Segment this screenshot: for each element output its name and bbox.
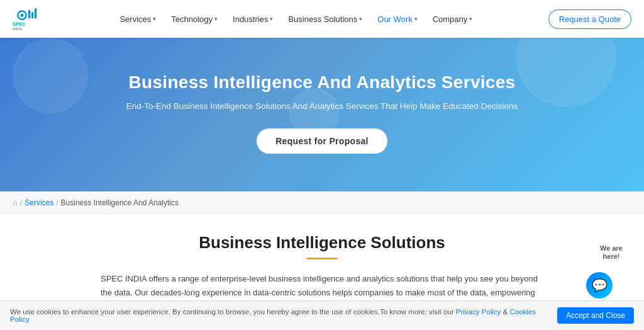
request-proposal-button[interactable]: Request for Proposal — [257, 128, 387, 154]
chevron-down-icon: ▾ — [214, 16, 218, 22]
nav-item-industries[interactable]: Industries ▾ — [226, 11, 279, 28]
chevron-down-icon: ▾ — [153, 16, 156, 22]
hero-title: Business Intelligence And Analytics Serv… — [13, 72, 631, 93]
chevron-down-icon: ▾ — [359, 16, 362, 22]
nav-label-our-work: Our Work — [377, 14, 412, 24]
chevron-down-icon: ▾ — [469, 16, 472, 22]
title-underline-decoration — [306, 258, 338, 259]
nav-item-services[interactable]: Services ▾ — [113, 11, 162, 28]
nav-item-company[interactable]: Company ▾ — [426, 11, 479, 28]
we-are-here-line1: We are here! — [600, 244, 623, 259]
nav-item-our-work[interactable]: Our Work ▾ — [371, 11, 423, 28]
we-are-here-label: We are here! — [586, 235, 636, 270]
hero-section: Business Intelligence And Analytics Serv… — [0, 38, 644, 191]
privacy-policy-link[interactable]: Privacy Policy — [456, 308, 501, 316]
chat-widget: We are here! 💬 — [586, 235, 636, 299]
nav-links: Services ▾ Technology ▾ Industries ▾ Bus… — [113, 11, 479, 28]
chat-button[interactable]: 💬 — [586, 272, 613, 299]
request-quote-button[interactable]: Request a Quote — [548, 9, 631, 29]
svg-rect-4 — [35, 8, 36, 18]
chevron-down-icon: ▾ — [414, 16, 418, 22]
breadcrumb-current: Business Intelligence And Analytics — [61, 198, 179, 207]
breadcrumb-separator-2: / — [56, 198, 58, 207]
svg-point-1 — [21, 14, 24, 17]
cookie-text: We use cookies to enhance your user expe… — [10, 308, 550, 323]
chevron-down-icon: ▾ — [270, 16, 273, 22]
navbar: SPEC INDIA Services ▾ Technology ▾ Indus… — [0, 0, 644, 38]
breadcrumb-separator: / — [20, 198, 22, 207]
nav-item-technology[interactable]: Technology ▾ — [165, 11, 224, 28]
svg-rect-2 — [28, 10, 30, 18]
cookie-accept-button[interactable]: Accept and Close — [557, 307, 634, 324]
nav-label-services: Services — [119, 14, 151, 24]
breadcrumb: ⌂ / Services / Business Intelligence And… — [0, 191, 644, 214]
nav-label-company: Company — [433, 14, 468, 24]
nav-label-industries: Industries — [233, 14, 268, 24]
nav-item-business-solutions[interactable]: Business Solutions ▾ — [282, 11, 369, 28]
breadcrumb-services-link[interactable]: Services — [25, 198, 53, 207]
nav-label-technology: Technology — [171, 14, 213, 24]
home-icon[interactable]: ⌂ — [13, 198, 18, 207]
svg-text:INDIA: INDIA — [13, 27, 23, 31]
section-title: Business Intelligence Solutions — [101, 233, 543, 253]
svg-rect-3 — [31, 12, 33, 18]
hero-subtitle: End-To-End Business Intelligence Solutio… — [13, 101, 631, 111]
logo[interactable]: SPEC INDIA — [13, 6, 44, 32]
cookie-banner: We use cookies to enhance your user expe… — [0, 300, 644, 330]
nav-label-business-solutions: Business Solutions — [288, 14, 357, 24]
chat-icon: 💬 — [592, 278, 608, 293]
svg-text:SPEC: SPEC — [13, 21, 26, 27]
